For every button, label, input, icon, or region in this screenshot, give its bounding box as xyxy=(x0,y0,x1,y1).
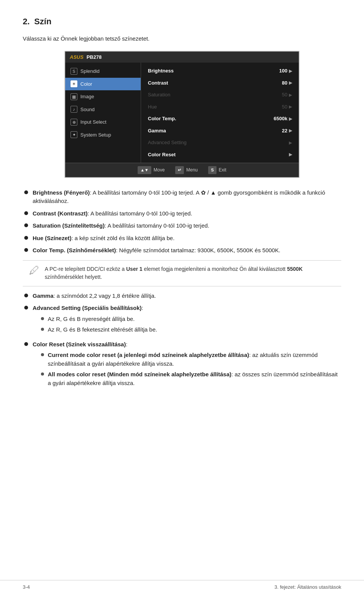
sub-bullet-current-mode: Current mode color reset (a jelenlegi mó… xyxy=(41,351,341,368)
sub-advanced-rgb-gain: Az R, G és B nyereségét állítja be. xyxy=(48,315,341,324)
section-title: Szín xyxy=(34,15,51,28)
osd-menu-footer-label: Menu xyxy=(186,167,198,173)
sub-bullet-all-modes: All modes color reset (Minden mód színei… xyxy=(41,370,341,387)
section-number: 2. xyxy=(23,15,30,28)
osd-model: PB278 xyxy=(86,53,102,61)
osd-contrast-label: Contrast xyxy=(148,79,282,87)
osd-colorreset-value: ▶ xyxy=(289,151,292,158)
sub-bullet-rgb-gain: Az R, G és B nyereségét állítja be. xyxy=(41,315,341,324)
colorreset-sub-list: Current mode color reset (a jelenlegi mó… xyxy=(41,351,341,387)
osd-body: S Splendid ☀ Color ▦ Image ♪ Sound ⊕ Inp… xyxy=(65,63,299,163)
osd-move-btn: ▲▼ xyxy=(138,166,151,174)
bullet-colortemp-text: Color Temp. (Színhőmérséklet): Négyféle … xyxy=(33,246,341,255)
bullet-brightness: Brightness (Fényerő): A beállítási tarto… xyxy=(23,189,341,206)
osd-menu-label-color: Color xyxy=(80,80,92,88)
osd-footer-exit: S Exit xyxy=(208,166,226,174)
bullet-dot xyxy=(24,190,28,194)
bullet-dot xyxy=(24,223,28,227)
osd-param-contrast: Contrast 80 ▶ xyxy=(141,77,299,89)
osd-advanced-label: Advanced Setting xyxy=(148,139,289,146)
osd-menu-input: ⊕ Input Select xyxy=(65,116,141,129)
osd-titlebar: ASUS PB278 xyxy=(65,52,299,63)
osd-menu-color: ☀ Color xyxy=(65,78,141,91)
osd-hue-label: Hue xyxy=(148,103,282,111)
osd-footer: ▲▼ Move ↵ Menu S Exit xyxy=(65,163,299,177)
bullet-hue: Hue (Színezet): a kép színét zöld és lil… xyxy=(23,234,341,243)
osd-right-params: Brightness 100 ▶ Contrast 80 ▶ Saturatio… xyxy=(141,63,299,163)
osd-menu-splendid: S Splendid xyxy=(65,65,141,78)
osd-exit-label: Exit xyxy=(219,167,226,173)
osd-menu-label-sound: Sound xyxy=(80,106,95,113)
osd-param-colortemp: Color Temp. 6500k ▶ xyxy=(141,113,299,125)
osd-param-gamma: Gamma 22 ▶ xyxy=(141,125,299,137)
page-footer: 3-4 3. fejezet: Általános utasítások xyxy=(0,580,364,591)
osd-gamma-label: Gamma xyxy=(148,127,282,135)
osd-menu-system: ✦ System Setup xyxy=(65,129,141,141)
osd-advanced-value: ▶ xyxy=(289,140,292,146)
bullet-gamma: Gamma: a színmódot 2,2 vagy 1,8 értékre … xyxy=(23,292,341,300)
bullet-list-1: Brightness (Fényerő): A beállítási tarto… xyxy=(23,189,341,255)
subtitle: Válassza ki az Önnek legjobban tetsző sz… xyxy=(23,35,341,43)
osd-param-hue: Hue 50 ▶ xyxy=(141,101,299,113)
sub-bullet-dot xyxy=(41,328,44,331)
osd-hue-value: 50 ▶ xyxy=(282,103,292,111)
sub-bullet-dot xyxy=(41,317,44,320)
sub-bullet-rgb-offset: Az R, G és B feketeszint eltérését állít… xyxy=(41,325,341,334)
bullet-dot xyxy=(24,294,28,297)
bullet-brightness-text: Brightness (Fényerő): A beállítási tarto… xyxy=(33,189,341,206)
osd-brightness-label: Brightness xyxy=(148,67,279,75)
note-icon: 🖊 xyxy=(29,265,39,276)
bullet-colorreset-text: Color Reset (Színek visszaállítása): Cur… xyxy=(33,340,341,390)
osd-footer-menu: ↵ Menu xyxy=(175,166,198,174)
bullet-color-reset: Color Reset (Színek visszaállítása): Cur… xyxy=(23,340,341,390)
osd-param-brightness: Brightness 100 ▶ xyxy=(141,65,299,77)
bullet-dot xyxy=(24,248,28,252)
page-number: 3-4 xyxy=(23,583,30,591)
chapter-label: 3. fejezet: Általános utasítások xyxy=(275,583,341,591)
osd-param-advanced: Advanced Setting ▶ xyxy=(141,137,299,149)
osd-footer-move: ▲▼ Move xyxy=(138,166,165,174)
sub-advanced-rgb-offset: Az R, G és B feketeszint eltérését állít… xyxy=(48,325,341,334)
system-icon: ✦ xyxy=(71,131,77,138)
osd-menu-label-input: Input Select xyxy=(80,118,107,126)
osd-gamma-value: 22 ▶ xyxy=(282,127,292,135)
image-icon: ▦ xyxy=(71,93,77,100)
sub-bullet-dot xyxy=(41,353,44,356)
bullet-advanced-text: Advanced Setting (Speciális beállítások)… xyxy=(33,304,341,336)
osd-colorreset-label: Color Reset xyxy=(148,151,289,159)
bullet-gamma-text: Gamma: a színmódot 2,2 vagy 1,8 értékre … xyxy=(33,292,341,300)
bullet-dot xyxy=(24,306,28,310)
bullet-hue-text: Hue (Színezet): a kép színét zöld és lil… xyxy=(33,234,341,243)
bullet-dot xyxy=(24,211,28,215)
osd-left-menu: S Splendid ☀ Color ▦ Image ♪ Sound ⊕ Inp… xyxy=(65,63,141,163)
osd-saturation-label: Saturation xyxy=(148,91,282,99)
sub-current-mode-text: Current mode color reset (a jelenlegi mó… xyxy=(48,351,341,368)
osd-colortemp-value: 6500k ▶ xyxy=(274,115,292,123)
osd-menu-label-image: Image xyxy=(80,93,94,101)
bullet-advanced-setting: Advanced Setting (Speciális beállítások)… xyxy=(23,304,341,336)
osd-param-saturation: Saturation 50 ▶ xyxy=(141,89,299,101)
bullet-saturation: Saturation (Színtelítettség): A beállítá… xyxy=(23,222,341,230)
osd-exit-btn: S xyxy=(208,166,216,174)
bullet-contrast: Contrast (Kontraszt): A beállítási tarto… xyxy=(23,209,341,218)
osd-brightness-value: 100 ▶ xyxy=(279,67,292,75)
osd-brand: ASUS xyxy=(70,53,83,61)
color-icon: ☀ xyxy=(71,80,77,87)
osd-contrast-value: 80 ▶ xyxy=(282,79,292,87)
osd-menu-image: ▦ Image xyxy=(65,90,141,103)
bullet-colortemp: Color Temp. (Színhőmérséklet): Négyféle … xyxy=(23,246,341,255)
bullet-list-2: Gamma: a színmódot 2,2 vagy 1,8 értékre … xyxy=(23,292,341,390)
splendid-icon: S xyxy=(71,68,77,75)
bullet-contrast-text: Contrast (Kontraszt): A beállítási tarto… xyxy=(33,209,341,218)
advanced-sub-list: Az R, G és B nyereségét állítja be. Az R… xyxy=(41,315,341,334)
osd-menu-label-system: System Setup xyxy=(80,131,111,139)
osd-move-label: Move xyxy=(154,167,165,173)
osd-menu-sound: ♪ Sound xyxy=(65,103,141,116)
sub-bullet-dot xyxy=(41,373,44,376)
bullet-saturation-text: Saturation (Színtelítettség): A beállítá… xyxy=(33,222,341,230)
osd-param-colorreset: Color Reset ▶ xyxy=(141,149,299,161)
osd-screenshot: ASUS PB278 S Splendid ☀ Color ▦ Image ♪ … xyxy=(64,51,300,178)
bullet-dot xyxy=(24,236,28,240)
osd-menu-btn: ↵ xyxy=(175,166,184,174)
sound-icon: ♪ xyxy=(71,106,77,113)
